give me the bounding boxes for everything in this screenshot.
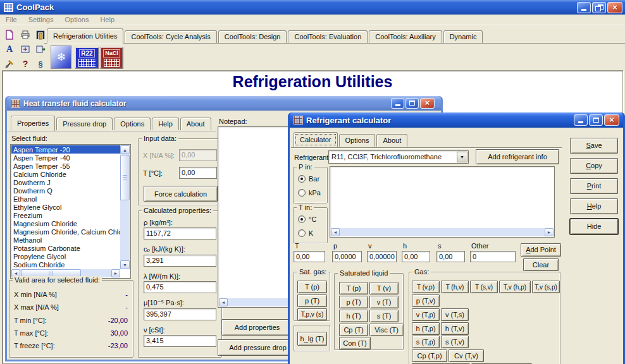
menu-item[interactable]: Settings: [23, 15, 59, 24]
help-button[interactable]: ?: [19, 58, 32, 70]
sat-liquid-button[interactable]: Visc (T): [369, 324, 404, 336]
htf-close-button[interactable]: ×: [420, 98, 435, 109]
x-input-field[interactable]: 0,00: [179, 149, 217, 161]
gas-button[interactable]: s (T,p): [412, 336, 440, 348]
export-window-button[interactable]: [34, 43, 47, 56]
fluid-list-item[interactable]: Aspen Temper -55: [11, 162, 120, 170]
menu-item[interactable]: File: [0, 15, 23, 24]
add-refrigerant-info-button[interactable]: Add refrigerant info: [476, 149, 559, 164]
minimize-button[interactable]: [577, 2, 591, 13]
main-tab[interactable]: Dynamic: [443, 30, 483, 43]
main-tab[interactable]: CoolTools: Auxiliary: [369, 30, 442, 43]
font-button[interactable]: A: [3, 43, 16, 56]
fluid-list-item[interactable]: Dowtherm Q: [11, 186, 120, 195]
menu-item[interactable]: Help: [94, 15, 120, 24]
fluid-list-item[interactable]: Aspen Temper -40: [11, 154, 120, 162]
nacl-calculator-button[interactable]: NaCl: [100, 47, 123, 69]
fluid-list-item[interactable]: Aspen Temper -20: [11, 145, 120, 154]
scroll-right-arrow[interactable]: ►: [545, 228, 554, 236]
about-button[interactable]: §: [34, 58, 47, 70]
main-tab[interactable]: CoolTools: Design: [218, 30, 287, 43]
refrigeration-utilities-launcher[interactable]: ❄: [51, 46, 71, 69]
force-calculation-button[interactable]: Force calculation: [144, 186, 218, 202]
htf-maximize-button[interactable]: [405, 98, 419, 109]
add-pressure-drop-button[interactable]: Add pressure drop: [218, 339, 298, 356]
fluid-list-item[interactable]: Propylene Glycol: [11, 253, 120, 261]
calculated-field-value[interactable]: 395,397: [144, 308, 216, 320]
fluid-list-item[interactable]: Dowtherm J: [11, 178, 120, 186]
fluid-list-item[interactable]: Ethylene Glycol: [11, 203, 120, 211]
fluid-list-item[interactable]: Ethanol: [11, 195, 120, 203]
menu-item[interactable]: Options: [59, 15, 94, 24]
point-field-input[interactable]: 0: [470, 251, 516, 262]
point-field-input[interactable]: 0,00: [402, 251, 430, 262]
add-point-button[interactable]: Add Point: [521, 243, 561, 257]
side-button[interactable]: Save: [570, 138, 618, 154]
side-button[interactable]: Print: [570, 178, 618, 194]
scroll-up-arrow[interactable]: ▲: [120, 145, 130, 154]
sat-liquid-button[interactable]: h (T): [339, 310, 368, 322]
gas-button[interactable]: T,v (h,p): [499, 281, 531, 293]
htf-tab[interactable]: Pressure drop: [56, 118, 113, 130]
fluid-listbox[interactable]: Aspen Temper -20Aspen Temper -40Aspen Te…: [10, 144, 131, 279]
gas-button[interactable]: T (s,v): [470, 281, 498, 293]
point-field-input[interactable]: 0,0000: [332, 251, 362, 262]
sat-liquid-button[interactable]: Cp (T): [339, 324, 368, 336]
gas-button[interactable]: Cp (T,p): [412, 349, 447, 362]
fluid-list-item[interactable]: Sodium Chloride: [11, 261, 120, 269]
add-properties-button[interactable]: Add properties: [221, 319, 293, 336]
p-in-bar-radio[interactable]: Bar: [298, 175, 319, 183]
gas-button[interactable]: h (T,v): [441, 322, 469, 335]
refcalc-tab[interactable]: About: [376, 134, 407, 147]
calculated-field-value[interactable]: 3,291: [144, 255, 216, 267]
refcalc-minimize-button[interactable]: [574, 114, 588, 126]
sat-liquid-button[interactable]: Con (T): [339, 337, 371, 349]
print-button[interactable]: [19, 28, 32, 41]
gas-button[interactable]: v (T,p): [412, 308, 440, 321]
r22-calculator-button[interactable]: R22: [75, 47, 99, 69]
side-button[interactable]: Hide: [570, 219, 618, 234]
results-horizontal-scrollbar[interactable]: ◄ ►: [331, 228, 554, 236]
t-input-field[interactable]: 0,00: [179, 167, 217, 179]
gas-button[interactable]: v (T,s): [441, 308, 469, 321]
point-field-input[interactable]: 0,00: [294, 251, 325, 262]
sat-gas-button[interactable]: T (p): [297, 281, 327, 293]
refcalc-tab[interactable]: Calculator: [294, 132, 338, 147]
gas-button[interactable]: T (h,v): [441, 281, 469, 293]
scroll-left-arrow[interactable]: ◄: [219, 298, 228, 306]
chart-button[interactable]: [19, 43, 32, 56]
sat-liquid-button[interactable]: T (v): [369, 282, 399, 294]
refcalc-maximize-button[interactable]: [589, 114, 603, 126]
fluid-list-item[interactable]: Magnesium Chloride, Calcium Chlo: [11, 228, 120, 236]
gas-button[interactable]: h (T,p): [412, 322, 440, 335]
sat-gas-button[interactable]: T,p,v (s): [297, 308, 327, 320]
chevron-down-icon[interactable]: ▼: [457, 152, 467, 162]
calculated-field-value[interactable]: 1157,72: [144, 228, 216, 240]
calculated-field-value[interactable]: 3,415: [144, 335, 216, 347]
fluid-list-item[interactable]: Freezium: [11, 212, 120, 220]
fluid-list-item[interactable]: Potassium Carbonate: [11, 245, 120, 253]
point-field-input[interactable]: 0,00000: [367, 251, 397, 262]
refcalc-close-button[interactable]: ×: [604, 114, 619, 126]
fluid-list-item[interactable]: Magnesium Chloride: [11, 220, 120, 228]
sat-liquid-button[interactable]: T (p): [339, 282, 368, 294]
sat-liquid-button[interactable]: v (T): [369, 296, 399, 308]
t-in-celsius-radio[interactable]: °C: [298, 215, 316, 223]
close-button[interactable]: ×: [607, 2, 622, 13]
exit-button[interactable]: [34, 28, 47, 41]
htf-tab[interactable]: Help: [152, 118, 179, 130]
side-button[interactable]: Help: [570, 198, 618, 214]
htf-tab[interactable]: Options: [114, 118, 151, 130]
htf-tab[interactable]: About: [180, 118, 211, 130]
gas-button[interactable]: Cv (T,v): [449, 349, 484, 362]
fluid-list-item[interactable]: Calcium Chloride: [11, 170, 120, 178]
calculated-field-value[interactable]: 0,475: [144, 281, 216, 293]
refcalc-tab[interactable]: Options: [339, 134, 376, 147]
new-document-button[interactable]: [3, 28, 16, 41]
side-button[interactable]: Copy: [570, 158, 618, 174]
gas-button[interactable]: T (v,p): [412, 281, 440, 293]
tools-button[interactable]: [3, 58, 16, 70]
restore-button[interactable]: [592, 2, 606, 13]
sat-liquid-button[interactable]: p (T): [339, 296, 368, 308]
main-tab[interactable]: CoolTools: Cycle Analysis: [125, 30, 216, 43]
